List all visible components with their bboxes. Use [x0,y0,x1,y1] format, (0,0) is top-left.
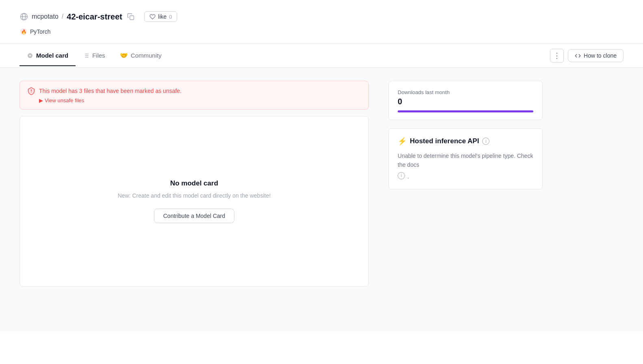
tab-files[interactable]: Files [76,45,113,66]
downloads-bar-container [398,110,533,112]
breadcrumb-row: mcpotato / 42-eicar-street like 0 [19,11,624,22]
downloads-count: 0 [398,97,533,106]
header-section: mcpotato / 42-eicar-street like 0 [0,0,643,44]
svg-text:🔥: 🔥 [21,29,27,34]
files-icon [83,52,89,59]
like-label: like [158,13,167,20]
tab-community[interactable]: 🤝 Community [113,45,169,67]
warning-text: This model has 3 files that have been ma… [39,88,182,94]
main-layout: This model has 3 files that have been ma… [0,68,643,332]
framework-label: PyTorch [30,28,51,35]
like-button[interactable]: like 0 [144,11,177,22]
inference-card: ⚡ Hosted inference API i Unable to deter… [388,128,543,190]
view-unsafe-text: View unsafe files [45,97,84,103]
no-model-card-subtitle: New: Create and edit this model card dir… [118,192,271,199]
main-left: This model has 3 files that have been ma… [19,81,369,319]
like-count: 0 [169,14,172,20]
no-model-card-title: No model card [170,179,218,187]
copy-icon[interactable] [127,13,134,20]
model-card-empty: No model card New: Create and edit this … [19,116,369,286]
view-unsafe-link[interactable]: ▶ View unsafe files [39,97,361,103]
svg-point-14 [31,92,31,93]
downloads-label: Downloads last month [398,89,533,95]
inference-text: Unable to determine this model's pipelin… [398,151,533,181]
code-icon [575,53,581,59]
downloads-card: Downloads last month 0 [388,81,543,120]
tab-model-card-label: Model card [36,52,68,59]
tabs-row: Model card Files 🤝 Community [0,44,643,68]
tab-community-label: Community [131,52,162,59]
warning-title-row: This model has 3 files that have been ma… [27,87,361,95]
breadcrumb-sep: / [62,13,63,20]
more-options-button[interactable]: ⋮ [550,49,564,62]
main-right: Downloads last month 0 ⚡ Hosted inferenc… [388,81,543,319]
inference-info-icon[interactable]: i [482,138,489,145]
community-icon: 🤝 [120,52,128,59]
model-card-icon [27,52,33,59]
breadcrumb-repo[interactable]: 42-eicar-street [67,12,122,22]
framework-badge: 🔥 PyTorch [19,28,51,36]
downloads-bar [398,110,533,112]
contribute-button[interactable]: Contribute a Model Card [154,209,235,223]
inference-title: Hosted inference API [410,137,479,145]
warning-banner: This model has 3 files that have been ma… [19,81,369,110]
inference-text-info-icon[interactable]: i [398,172,405,179]
globe-icon [19,12,28,21]
arrow-icon: ▶ [39,97,43,103]
svg-rect-3 [130,16,134,20]
bolt-icon: ⚡ [398,137,407,146]
more-dots-icon: ⋮ [553,51,561,60]
tabs-right: ⋮ How to clone [550,44,624,67]
tab-files-label: Files [92,52,105,59]
pytorch-icon: 🔥 [19,28,28,36]
clone-label: How to clone [584,52,617,59]
inference-header: ⚡ Hosted inference API i [398,137,533,146]
inference-text-content: Unable to determine this model's pipelin… [398,151,533,170]
tabs-left: Model card Files 🤝 Community [19,45,550,66]
warning-shield-icon [27,87,35,95]
clone-button[interactable]: How to clone [568,49,624,62]
tab-model-card[interactable]: Model card [19,45,76,66]
inference-text-suffix: . [407,172,409,181]
breadcrumb-user[interactable]: mcpotato [32,13,58,20]
